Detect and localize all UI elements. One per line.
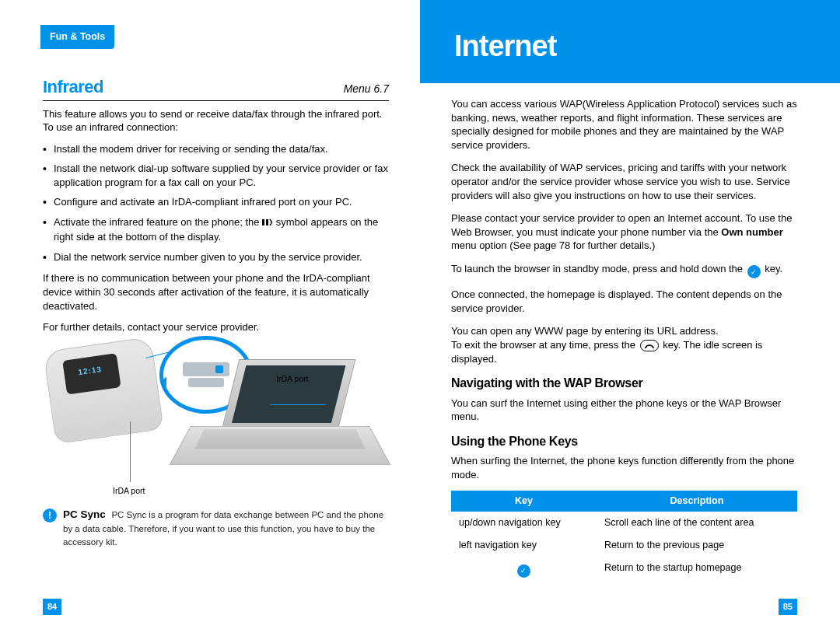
table-row: ✓ Return to the startup homepage [451, 557, 797, 582]
subheading-navigating: Navigating with the WAP Browser [451, 375, 797, 392]
device-clock: 12:13 [78, 364, 103, 378]
pc-sync-text: PC Sync is a program for data exchange b… [63, 510, 383, 547]
intro-text: This feature allows you to send or recei… [43, 107, 389, 135]
list-item: Install the network dial-up software sup… [43, 162, 389, 189]
page-84: Fun & Tools Infrared Menu 6.7 This featu… [0, 0, 420, 629]
key-description-table: Key Description up/down navigation key S… [451, 491, 797, 582]
key-cell: left navigation key [451, 534, 597, 557]
svg-rect-1 [266, 219, 268, 225]
list-item: Dial the network service number given to… [43, 250, 389, 264]
bullet-text: Activate the infrared feature on the pho… [54, 216, 262, 228]
desc-cell: Return to the startup homepage [597, 557, 797, 582]
chapter-title: Internet [420, 0, 840, 83]
infrared-icon [262, 217, 273, 231]
own-number-bold: Own number [721, 226, 782, 238]
key-cell: up/down navigation key [451, 512, 597, 534]
page-number: 85 [779, 599, 797, 615]
section-title: Infrared [43, 75, 103, 99]
subheading-phone-keys: Using the Phone Keys [451, 433, 797, 450]
body-text: To launch the browser in standby mode, p… [451, 262, 797, 279]
menu-reference: Menu 6.7 [344, 82, 389, 96]
body-text: Check the availability of WAP services, … [451, 161, 797, 202]
info-icon: ! [43, 508, 57, 522]
body-text: When surfing the Internet, the phone key… [451, 454, 797, 481]
body-text: You can surf the Internet using either t… [451, 397, 797, 424]
note-text: For further details, contact your servic… [43, 320, 389, 334]
body-text: Please contact your service provider to … [451, 211, 797, 253]
note-text: If there is no communication between you… [43, 271, 389, 313]
instruction-list: Install the modem driver for receiving o… [43, 142, 389, 264]
leader-line [130, 421, 131, 482]
table-row: up/down navigation key Scroll each line … [451, 512, 797, 534]
section-header: Infrared Menu 6.7 [43, 75, 389, 101]
list-item: Configure and activate an IrDA-compliant… [43, 195, 389, 209]
table-header-key: Key [451, 491, 597, 512]
table-header-description: Description [597, 491, 797, 512]
pc-sync-title: PC Sync [63, 508, 106, 520]
text-span: menu option (See page 78 for further det… [451, 239, 655, 251]
body-text: You can access various WAP(Wireless Appl… [451, 97, 797, 152]
desc-cell: Return to the previous page [597, 534, 797, 557]
desc-cell: Scroll each line of the content area [597, 512, 797, 534]
svg-rect-0 [262, 219, 264, 225]
leader-line [270, 404, 326, 405]
irda-port-label: IrDA port [276, 373, 308, 384]
page-number: 84 [43, 599, 61, 615]
breadcrumb: Fun & Tools [40, 25, 114, 49]
end-call-key-icon [640, 340, 659, 351]
page-85: Internet You can access various WAP(Wire… [420, 0, 840, 629]
text-span: To exit the browser at any time, press t… [451, 339, 639, 351]
text-span: To launch the browser in standby mode, p… [451, 263, 746, 274]
round-ok-key-icon: ✓ [747, 265, 761, 278]
pc-sync-note: ! PC Sync PC Sync is a program for data … [43, 508, 389, 549]
text-span: key. [765, 263, 782, 274]
list-item: Install the modem driver for receiving o… [43, 142, 389, 156]
body-text: Once connected, the homepage is displaye… [451, 288, 797, 315]
key-cell: ✓ [451, 557, 597, 582]
list-item: Activate the infrared feature on the pho… [43, 215, 389, 244]
svg-point-2 [645, 347, 646, 348]
round-ok-key-icon: ✓ [517, 564, 530, 578]
irda-figure: 12:13 15° IrDA port IrDA port [43, 344, 377, 503]
text-span: You can open any WWW page by entering it… [451, 325, 719, 337]
table-row: left navigation key Return to the previo… [451, 534, 797, 557]
irda-port-label: IrDA port [113, 485, 145, 496]
svg-point-3 [652, 347, 653, 348]
body-text: You can open any WWW page by entering it… [451, 324, 797, 365]
phone-cradle-illustration: 12:13 [43, 337, 163, 444]
